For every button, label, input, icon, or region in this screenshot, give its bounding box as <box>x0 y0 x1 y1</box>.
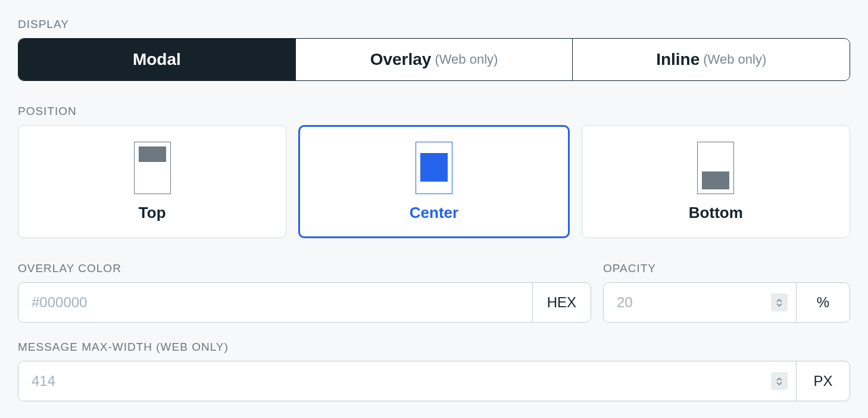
opacity-input-wrap: % <box>603 282 850 323</box>
display-tab-sublabel: (Web only) <box>435 52 498 67</box>
position-option-label: Bottom <box>689 204 743 222</box>
max-width-input[interactable] <box>18 361 771 401</box>
display-section-label: DISPLAY <box>18 18 850 31</box>
display-tab-label: Modal <box>133 50 181 69</box>
opacity-label: OPACITY <box>603 262 850 275</box>
display-tab-inline[interactable]: Inline (Web only) <box>573 39 850 80</box>
overlay-color-suffix: HEX <box>532 283 591 322</box>
chevron-down-icon <box>776 382 782 385</box>
overlay-color-label: OVERLAY COLOR <box>18 262 591 275</box>
max-width-suffix: PX <box>796 361 850 401</box>
display-tab-label: Overlay <box>370 50 432 69</box>
position-option-top[interactable]: Top <box>18 125 286 238</box>
max-width-input-wrap: PX <box>18 361 850 401</box>
opacity-suffix: % <box>796 283 850 322</box>
display-tabs: Modal Overlay (Web only) Inline (Web onl… <box>18 38 850 81</box>
max-width-stepper[interactable] <box>771 372 788 390</box>
overlay-color-input-wrap: HEX <box>18 282 591 323</box>
position-section-label: POSITION <box>18 105 850 118</box>
display-tab-label: Inline <box>656 50 700 69</box>
opacity-stepper[interactable] <box>771 294 788 311</box>
position-thumb-icon <box>697 142 734 194</box>
chevron-up-icon <box>776 299 782 302</box>
position-option-label: Top <box>139 204 166 222</box>
position-option-bottom[interactable]: Bottom <box>582 125 850 238</box>
position-thumb-icon <box>416 142 452 194</box>
overlay-color-input[interactable] <box>18 283 532 322</box>
max-width-label: MESSAGE MAX-WIDTH (WEB ONLY) <box>18 341 850 354</box>
chevron-up-icon <box>776 378 782 381</box>
position-thumb-icon <box>134 142 171 194</box>
opacity-input[interactable] <box>604 283 771 322</box>
display-tab-modal[interactable]: Modal <box>18 39 296 80</box>
chevron-down-icon <box>776 303 782 307</box>
display-tab-sublabel: (Web only) <box>703 52 766 67</box>
position-options: Top Center Bottom <box>18 125 850 238</box>
display-tab-overlay[interactable]: Overlay (Web only) <box>296 39 573 80</box>
position-option-center[interactable]: Center <box>298 125 569 238</box>
position-option-label: Center <box>410 204 458 222</box>
